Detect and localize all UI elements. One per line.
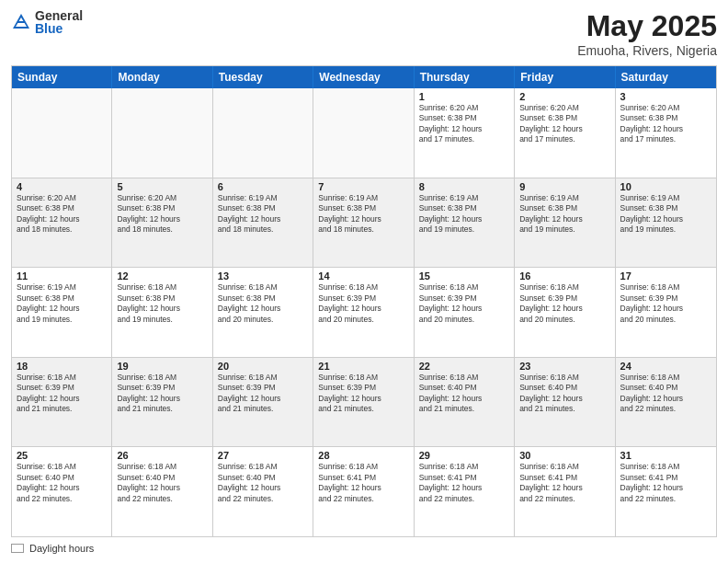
day-number: 16: [519, 270, 609, 282]
day-info: Sunrise: 6:18 AM Sunset: 6:38 PM Dayligh…: [218, 282, 308, 325]
calendar-cell: 16Sunrise: 6:18 AM Sunset: 6:39 PM Dayli…: [515, 268, 615, 357]
calendar-cell: 6Sunrise: 6:19 AM Sunset: 6:38 PM Daylig…: [213, 178, 313, 268]
day-number: 20: [218, 361, 308, 372]
day-info: Sunrise: 6:20 AM Sunset: 6:38 PM Dayligh…: [620, 103, 711, 145]
day-number: 6: [218, 181, 308, 192]
day-info: Sunrise: 6:18 AM Sunset: 6:40 PM Dayligh…: [117, 462, 207, 504]
day-number: 2: [519, 91, 609, 102]
calendar-cell: 30Sunrise: 6:18 AM Sunset: 6:41 PM Dayli…: [515, 447, 615, 536]
day-number: 31: [620, 450, 711, 461]
day-number: 3: [620, 91, 711, 102]
header-cell-wednesday: Wednesday: [313, 66, 414, 88]
calendar-cell: 2Sunrise: 6:20 AM Sunset: 6:38 PM Daylig…: [515, 88, 615, 178]
header-cell-monday: Monday: [112, 66, 212, 88]
day-info: Sunrise: 6:18 AM Sunset: 6:39 PM Dayligh…: [620, 282, 711, 325]
calendar-cell: 31Sunrise: 6:18 AM Sunset: 6:41 PM Dayli…: [616, 447, 716, 536]
header-cell-saturday: Saturday: [616, 66, 716, 88]
calendar-cell: 20Sunrise: 6:18 AM Sunset: 6:39 PM Dayli…: [213, 358, 313, 447]
day-number: 28: [318, 450, 408, 461]
calendar-cell: 21Sunrise: 6:18 AM Sunset: 6:39 PM Dayli…: [313, 358, 414, 447]
day-info: Sunrise: 6:18 AM Sunset: 6:41 PM Dayligh…: [318, 462, 408, 504]
day-info: Sunrise: 6:20 AM Sunset: 6:38 PM Dayligh…: [17, 193, 107, 236]
header-cell-tuesday: Tuesday: [213, 66, 313, 88]
day-number: 25: [17, 450, 107, 461]
calendar-cell: 15Sunrise: 6:18 AM Sunset: 6:39 PM Dayli…: [415, 268, 515, 357]
header-cell-sunday: Sunday: [12, 66, 112, 88]
calendar-cell: [12, 88, 112, 178]
logo-text: General Blue: [35, 9, 83, 35]
day-info: Sunrise: 6:18 AM Sunset: 6:39 PM Dayligh…: [318, 373, 408, 415]
day-number: 4: [17, 181, 107, 192]
day-number: 9: [519, 181, 609, 192]
calendar-cell: 19Sunrise: 6:18 AM Sunset: 6:39 PM Dayli…: [112, 358, 212, 447]
calendar-cell: 12Sunrise: 6:18 AM Sunset: 6:38 PM Dayli…: [112, 268, 212, 357]
day-info: Sunrise: 6:18 AM Sunset: 6:40 PM Dayligh…: [620, 373, 711, 415]
calendar-cell: 26Sunrise: 6:18 AM Sunset: 6:40 PM Dayli…: [112, 447, 212, 536]
day-number: 15: [419, 270, 509, 282]
page: General Blue May 2025 Emuoha, Rivers, Ni…: [0, 0, 728, 563]
calendar-cell: 27Sunrise: 6:18 AM Sunset: 6:40 PM Dayli…: [213, 447, 313, 536]
legend-box: [11, 544, 24, 553]
calendar-cell: 9Sunrise: 6:19 AM Sunset: 6:38 PM Daylig…: [515, 178, 615, 268]
day-info: Sunrise: 6:19 AM Sunset: 6:38 PM Dayligh…: [318, 193, 408, 236]
day-number: 19: [117, 361, 207, 372]
day-number: 18: [17, 361, 107, 372]
day-info: Sunrise: 6:18 AM Sunset: 6:39 PM Dayligh…: [17, 373, 107, 415]
header-cell-thursday: Thursday: [415, 66, 515, 88]
calendar-cell: [313, 88, 414, 178]
day-number: 22: [419, 361, 509, 372]
day-info: Sunrise: 6:18 AM Sunset: 6:41 PM Dayligh…: [620, 462, 711, 504]
calendar-cell: 28Sunrise: 6:18 AM Sunset: 6:41 PM Dayli…: [313, 447, 414, 536]
calendar-cell: 17Sunrise: 6:18 AM Sunset: 6:39 PM Dayli…: [616, 268, 716, 357]
day-number: 10: [620, 181, 711, 192]
day-number: 23: [519, 361, 609, 372]
day-info: Sunrise: 6:19 AM Sunset: 6:38 PM Dayligh…: [419, 193, 509, 236]
title-block: May 2025 Emuoha, Rivers, Nigeria: [577, 9, 717, 58]
calendar-cell: 23Sunrise: 6:18 AM Sunset: 6:40 PM Dayli…: [515, 358, 615, 447]
calendar-header: SundayMondayTuesdayWednesdayThursdayFrid…: [12, 66, 716, 88]
day-info: Sunrise: 6:20 AM Sunset: 6:38 PM Dayligh…: [419, 103, 509, 145]
calendar-cell: 13Sunrise: 6:18 AM Sunset: 6:38 PM Dayli…: [213, 268, 313, 357]
day-info: Sunrise: 6:19 AM Sunset: 6:38 PM Dayligh…: [620, 193, 711, 236]
subtitle: Emuoha, Rivers, Nigeria: [577, 43, 717, 58]
day-number: 29: [419, 450, 509, 461]
calendar-cell: 25Sunrise: 6:18 AM Sunset: 6:40 PM Dayli…: [12, 447, 112, 536]
calendar: SundayMondayTuesdayWednesdayThursdayFrid…: [11, 65, 717, 537]
calendar-cell: 8Sunrise: 6:19 AM Sunset: 6:38 PM Daylig…: [415, 178, 515, 268]
calendar-body: 1Sunrise: 6:20 AM Sunset: 6:38 PM Daylig…: [12, 88, 716, 536]
calendar-row-1: 1Sunrise: 6:20 AM Sunset: 6:38 PM Daylig…: [12, 88, 716, 178]
calendar-cell: 22Sunrise: 6:18 AM Sunset: 6:40 PM Dayli…: [415, 358, 515, 447]
day-info: Sunrise: 6:19 AM Sunset: 6:38 PM Dayligh…: [218, 193, 308, 236]
day-number: 17: [620, 270, 711, 282]
day-number: 1: [419, 91, 509, 102]
day-info: Sunrise: 6:18 AM Sunset: 6:39 PM Dayligh…: [117, 373, 207, 415]
logo-blue: Blue: [35, 22, 83, 35]
calendar-cell: [112, 88, 212, 178]
day-info: Sunrise: 6:18 AM Sunset: 6:40 PM Dayligh…: [17, 462, 107, 504]
svg-rect-2: [17, 21, 25, 23]
calendar-row-2: 4Sunrise: 6:20 AM Sunset: 6:38 PM Daylig…: [12, 178, 716, 268]
calendar-row-3: 11Sunrise: 6:19 AM Sunset: 6:38 PM Dayli…: [12, 267, 716, 357]
calendar-cell: 5Sunrise: 6:20 AM Sunset: 6:38 PM Daylig…: [112, 178, 212, 268]
day-number: 11: [17, 270, 107, 282]
logo-general: General: [35, 9, 83, 22]
day-info: Sunrise: 6:18 AM Sunset: 6:39 PM Dayligh…: [519, 282, 609, 325]
calendar-cell: 3Sunrise: 6:20 AM Sunset: 6:38 PM Daylig…: [616, 88, 716, 178]
footer: Daylight hours: [11, 543, 717, 554]
day-number: 27: [218, 450, 308, 461]
day-info: Sunrise: 6:18 AM Sunset: 6:39 PM Dayligh…: [318, 282, 408, 325]
calendar-cell: 7Sunrise: 6:19 AM Sunset: 6:38 PM Daylig…: [313, 178, 414, 268]
calendar-cell: 18Sunrise: 6:18 AM Sunset: 6:39 PM Dayli…: [12, 358, 112, 447]
calendar-row-4: 18Sunrise: 6:18 AM Sunset: 6:39 PM Dayli…: [12, 357, 716, 447]
day-number: 21: [318, 361, 408, 372]
day-number: 26: [117, 450, 207, 461]
day-number: 12: [117, 270, 207, 282]
day-info: Sunrise: 6:18 AM Sunset: 6:40 PM Dayligh…: [419, 373, 509, 415]
calendar-cell: 11Sunrise: 6:19 AM Sunset: 6:38 PM Dayli…: [12, 268, 112, 357]
header: General Blue May 2025 Emuoha, Rivers, Ni…: [11, 9, 717, 58]
day-info: Sunrise: 6:18 AM Sunset: 6:40 PM Dayligh…: [218, 462, 308, 504]
main-title: May 2025: [577, 9, 717, 43]
day-number: 30: [519, 450, 609, 461]
calendar-cell: 4Sunrise: 6:20 AM Sunset: 6:38 PM Daylig…: [12, 178, 112, 268]
day-number: 14: [318, 270, 408, 282]
